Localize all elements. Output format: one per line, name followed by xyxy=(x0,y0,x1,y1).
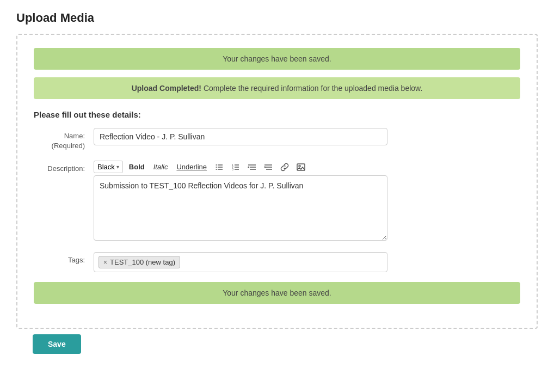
svg-point-4 xyxy=(216,167,217,168)
tag-remove-button[interactable]: × xyxy=(103,259,107,266)
italic-button[interactable]: Italic xyxy=(151,161,171,173)
name-label: Name: (Required) xyxy=(34,128,94,151)
image-icon[interactable] xyxy=(294,161,307,173)
underline-button[interactable]: Underline xyxy=(174,161,210,173)
section-label: Please fill out these details: xyxy=(34,110,520,119)
tag-label: TEST_100 (new tag) xyxy=(110,258,175,266)
color-picker-button[interactable]: Black ▾ xyxy=(94,161,123,173)
svg-point-5 xyxy=(216,169,217,170)
bold-button[interactable]: Bold xyxy=(126,161,147,173)
link-icon[interactable] xyxy=(278,161,291,173)
indent-increase-icon[interactable] xyxy=(262,161,275,173)
unordered-list-icon[interactable] xyxy=(213,161,226,173)
chevron-down-icon: ▾ xyxy=(116,164,119,170)
name-row: Name: (Required) xyxy=(34,128,520,151)
name-field xyxy=(94,128,387,145)
description-textarea[interactable]: Submission to TEST_100 Reflection Videos… xyxy=(94,175,387,241)
upload-completed-label: Upload Completed! xyxy=(132,84,201,93)
description-field: Black ▾ Bold Italic Underline xyxy=(94,161,387,242)
page-title: Upload Media xyxy=(16,11,538,25)
main-container: Your changes have been saved. Upload Com… xyxy=(16,34,538,329)
svg-point-19 xyxy=(299,165,300,167)
svg-point-3 xyxy=(216,164,217,166)
color-label: Black xyxy=(97,163,115,171)
svg-text:3: 3 xyxy=(232,167,233,170)
tags-label: Tags: xyxy=(34,252,94,265)
description-label: Description: xyxy=(34,161,94,174)
description-row: Description: Black ▾ Bold Italic Underli… xyxy=(34,161,520,242)
indent-decrease-icon[interactable] xyxy=(245,161,258,173)
top-saved-alert: Your changes have been saved. xyxy=(34,48,520,70)
bottom-saved-alert: Your changes have been saved. xyxy=(34,282,520,304)
upload-completed-alert: Upload Completed! Complete the required … xyxy=(34,77,520,99)
tags-container[interactable]: × TEST_100 (new tag) xyxy=(94,252,387,272)
name-input[interactable] xyxy=(94,128,387,145)
upload-completed-message: Complete the required information for th… xyxy=(201,84,422,93)
description-toolbar: Black ▾ Bold Italic Underline xyxy=(94,161,387,173)
tags-row: Tags: × TEST_100 (new tag) xyxy=(34,252,520,272)
tags-field: × TEST_100 (new tag) xyxy=(94,252,387,272)
tag-badge: × TEST_100 (new tag) xyxy=(99,256,180,268)
save-button[interactable]: Save xyxy=(33,334,81,354)
ordered-list-icon[interactable]: 1 2 3 xyxy=(229,161,242,173)
